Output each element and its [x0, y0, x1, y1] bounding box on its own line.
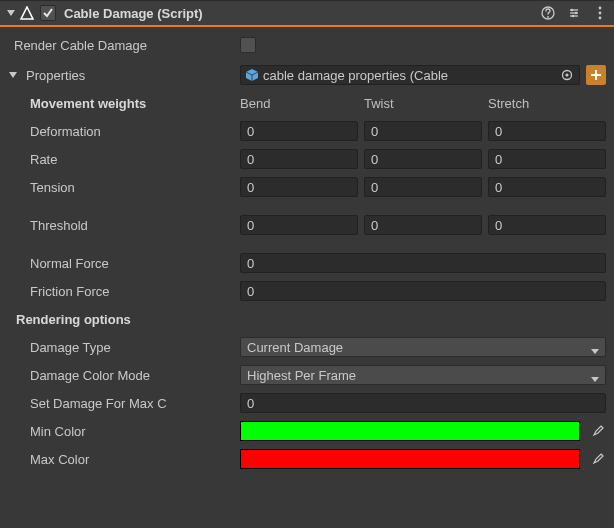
tension-stretch-field[interactable]: 0 [488, 177, 606, 197]
damage-type-row: Damage Type Current Damage [8, 336, 606, 358]
threshold-stretch-field[interactable]: 0 [488, 215, 606, 235]
threshold-twist-field[interactable]: 0 [364, 215, 482, 235]
damage-type-value: Current Damage [247, 340, 343, 355]
component-enabled-checkbox[interactable] [40, 5, 56, 21]
svg-point-9 [572, 15, 575, 18]
component-header-block: Cable Damage (Script) [0, 0, 614, 27]
max-color-row: Max Color [8, 448, 606, 470]
properties-object-field[interactable]: cable damage properties (Cable [240, 65, 580, 85]
col-bend-label: Bend [240, 96, 358, 111]
deformation-stretch-field[interactable]: 0 [488, 121, 606, 141]
friction-force-label: Friction Force [8, 284, 240, 299]
agx-logo-icon [20, 6, 34, 20]
properties-section-label: Properties [26, 68, 85, 83]
create-asset-button[interactable] [586, 65, 606, 85]
normal-force-field[interactable]: 0 [240, 253, 606, 273]
rate-stretch-field[interactable]: 0 [488, 149, 606, 169]
render-cable-damage-row: Render Cable Damage [8, 34, 606, 56]
normal-force-label: Normal Force [8, 256, 240, 271]
preset-icon[interactable] [566, 5, 582, 21]
deformation-label: Deformation [8, 124, 240, 139]
svg-point-17 [565, 73, 568, 76]
rendering-section-label: Rendering options [8, 312, 240, 327]
col-twist-label: Twist [364, 96, 482, 111]
set-damage-max-field[interactable]: 0 [240, 393, 606, 413]
properties-row: Properties cable damage properties (Cabl… [8, 64, 606, 86]
component-header[interactable]: Cable Damage (Script) [0, 1, 614, 27]
component-body: Render Cable Damage Properties cable dam… [0, 27, 614, 478]
damage-type-label: Damage Type [8, 340, 240, 355]
svg-point-11 [599, 12, 602, 15]
threshold-row: Threshold 0 0 0 [8, 214, 606, 236]
friction-force-row: Friction Force 0 [8, 280, 606, 302]
max-color-label: Max Color [8, 452, 240, 467]
svg-point-8 [575, 12, 578, 15]
damage-color-mode-row: Damage Color Mode Highest Per Frame [8, 364, 606, 386]
col-stretch-label: Stretch [488, 96, 606, 111]
damage-color-mode-dropdown[interactable]: Highest Per Frame [240, 365, 606, 385]
rate-label: Rate [8, 152, 240, 167]
svg-marker-0 [7, 10, 15, 16]
deformation-twist-field[interactable]: 0 [364, 121, 482, 141]
normal-force-row: Normal Force 0 [8, 252, 606, 274]
header-toolbar [540, 5, 608, 21]
dropdown-arrow-icon [591, 371, 599, 379]
damage-color-mode-label: Damage Color Mode [8, 368, 240, 383]
render-cable-damage-label: Render Cable Damage [8, 38, 240, 53]
rate-row: Rate 0 0 0 [8, 148, 606, 170]
min-color-row: Min Color [8, 420, 606, 442]
set-damage-max-label: Set Damage For Max C [8, 396, 240, 411]
svg-marker-20 [591, 349, 599, 354]
svg-point-10 [599, 7, 602, 10]
rate-twist-field[interactable]: 0 [364, 149, 482, 169]
component-title: Cable Damage (Script) [64, 6, 540, 21]
svg-point-3 [547, 16, 549, 18]
eyedropper-icon[interactable] [590, 423, 606, 439]
movement-weights-label: Movement weights [8, 96, 240, 111]
min-color-swatch[interactable] [240, 421, 580, 441]
min-color-label: Min Color [8, 424, 240, 439]
svg-point-12 [599, 17, 602, 20]
render-cable-damage-checkbox[interactable] [240, 37, 256, 53]
context-menu-icon[interactable] [592, 5, 608, 21]
threshold-label: Threshold [8, 218, 240, 233]
prefab-cube-icon [245, 68, 259, 82]
tension-twist-field[interactable]: 0 [364, 177, 482, 197]
tension-row: Tension 0 0 0 [8, 176, 606, 198]
damage-type-dropdown[interactable]: Current Damage [240, 337, 606, 357]
object-picker-icon[interactable] [559, 67, 575, 83]
svg-marker-21 [591, 377, 599, 382]
svg-point-7 [571, 9, 574, 12]
max-color-swatch[interactable] [240, 449, 580, 469]
component-foldout-toggle[interactable] [6, 8, 16, 18]
tension-label: Tension [8, 180, 240, 195]
svg-marker-13 [9, 72, 17, 78]
svg-marker-1 [21, 7, 33, 19]
tension-bend-field[interactable]: 0 [240, 177, 358, 197]
properties-object-text: cable damage properties (Cable [263, 68, 555, 83]
deformation-row: Deformation 0 0 0 [8, 120, 606, 142]
movement-weights-header-row: Movement weights Bend Twist Stretch [8, 92, 606, 114]
friction-force-field[interactable]: 0 [240, 281, 606, 301]
rendering-section-row: Rendering options [8, 308, 606, 330]
set-damage-max-row: Set Damage For Max C 0 [8, 392, 606, 414]
properties-foldout-toggle[interactable] [8, 70, 18, 80]
deformation-bend-field[interactable]: 0 [240, 121, 358, 141]
help-icon[interactable] [540, 5, 556, 21]
rate-bend-field[interactable]: 0 [240, 149, 358, 169]
dropdown-arrow-icon [591, 343, 599, 351]
threshold-bend-field[interactable]: 0 [240, 215, 358, 235]
eyedropper-icon[interactable] [590, 451, 606, 467]
damage-color-mode-value: Highest Per Frame [247, 368, 356, 383]
